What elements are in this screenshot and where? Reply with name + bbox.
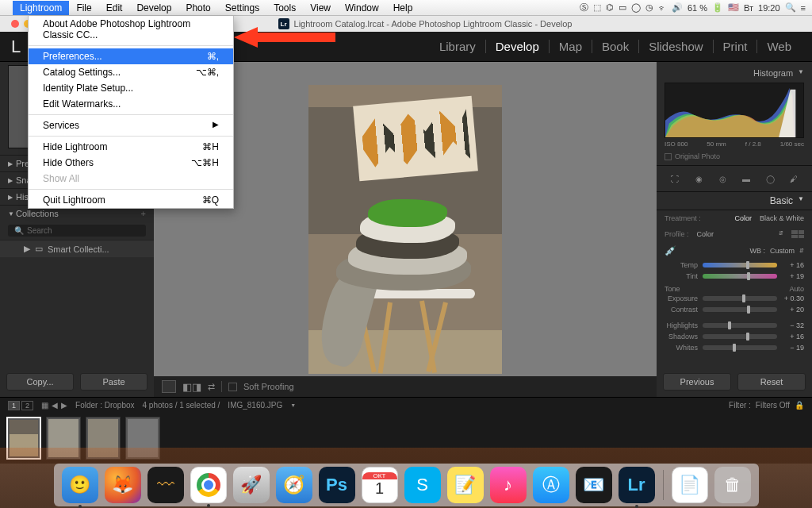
shadows-slider[interactable] bbox=[703, 334, 777, 339]
spot-tool[interactable]: ◉ bbox=[691, 171, 707, 187]
exposure-value[interactable]: + 0.30 bbox=[782, 294, 804, 302]
radial-tool[interactable]: ◯ bbox=[762, 171, 778, 187]
menu-window[interactable]: Window bbox=[338, 1, 386, 15]
whites-slider[interactable] bbox=[703, 345, 777, 350]
folder-path[interactable]: Folder : Dropbox bbox=[75, 401, 134, 410]
filter-select[interactable]: Filters Off bbox=[756, 401, 790, 410]
dock-app2[interactable]: 📧 bbox=[576, 467, 612, 503]
screen-2[interactable]: 2 bbox=[21, 401, 33, 410]
tint-value[interactable]: + 19 bbox=[782, 272, 804, 280]
module-print[interactable]: Print bbox=[713, 40, 757, 53]
contrast-value[interactable]: + 20 bbox=[782, 306, 804, 314]
dock-calendar[interactable]: ОКТ1 bbox=[362, 467, 398, 503]
shadows-value[interactable]: + 16 bbox=[782, 333, 804, 341]
original-photo-checkbox[interactable] bbox=[665, 153, 672, 160]
clock-tray-icon[interactable]: ◷ bbox=[645, 2, 653, 13]
module-library[interactable]: Library bbox=[430, 40, 485, 53]
soft-proofing-checkbox[interactable] bbox=[228, 383, 237, 391]
skype-tray-icon[interactable]: Ⓢ bbox=[580, 2, 588, 13]
dock-lightroom[interactable]: Lr bbox=[619, 467, 655, 503]
menu-view[interactable]: View bbox=[303, 1, 338, 15]
exposure-slider[interactable] bbox=[703, 296, 777, 301]
temp-slider[interactable] bbox=[703, 263, 777, 267]
paste-button[interactable]: Paste bbox=[80, 373, 147, 391]
menu-tools[interactable]: Tools bbox=[266, 1, 303, 15]
gradient-tool[interactable]: ▬ bbox=[738, 171, 754, 187]
switch-icon[interactable]: ⇄ bbox=[208, 382, 215, 392]
dropbox-tray-icon[interactable]: ⬚ bbox=[593, 2, 601, 13]
menu-hide-others[interactable]: Hide Others⌥⌘H bbox=[29, 155, 233, 171]
sync-tray-icon[interactable]: ◯ bbox=[631, 2, 641, 13]
basic-panel-header[interactable]: Basic bbox=[770, 195, 793, 206]
dock-firefox[interactable]: 🦊 bbox=[105, 467, 141, 503]
menu-hide-lightroom[interactable]: Hide Lightroom⌘H bbox=[29, 139, 233, 155]
wb-eyedropper[interactable]: 💉 bbox=[665, 245, 676, 256]
module-map[interactable]: Map bbox=[549, 40, 592, 53]
menu-extra-icon[interactable]: ≡ bbox=[801, 3, 806, 13]
histogram-header[interactable]: Histogram bbox=[753, 68, 793, 78]
menu-edit[interactable]: Edit bbox=[99, 1, 130, 15]
previous-button[interactable]: Previous bbox=[663, 373, 731, 391]
copy-button[interactable]: Copy... bbox=[6, 373, 74, 391]
tint-slider[interactable] bbox=[703, 274, 777, 279]
menu-catalog-settings[interactable]: Catalog Settings...⌥⌘, bbox=[29, 64, 233, 80]
menu-photo[interactable]: Photo bbox=[178, 1, 217, 15]
cc-tray-icon[interactable]: ⌬ bbox=[606, 2, 614, 13]
module-develop[interactable]: Develop bbox=[485, 40, 549, 53]
highlights-slider[interactable] bbox=[703, 323, 777, 328]
temp-value[interactable]: + 16 bbox=[782, 261, 804, 269]
dock-trash[interactable]: 🗑 bbox=[714, 467, 751, 503]
profile-select[interactable]: Color ⇵ bbox=[694, 229, 787, 239]
menu-identity-plate[interactable]: Identity Plate Setup... bbox=[29, 80, 233, 96]
menu-preferences[interactable]: Preferences...⌘, bbox=[29, 48, 233, 64]
smart-collections-item[interactable]: ▶▭Smart Collecti... bbox=[0, 240, 154, 257]
wb-select[interactable]: Custom bbox=[770, 247, 795, 255]
spotlight-icon[interactable]: 🔍 bbox=[785, 2, 796, 13]
dock-launchpad[interactable]: 🚀 bbox=[233, 467, 270, 503]
display-tray-icon[interactable]: ▭ bbox=[619, 2, 626, 13]
menu-help[interactable]: Help bbox=[386, 1, 420, 15]
menu-lightroom[interactable]: Lightroom bbox=[13, 1, 69, 15]
close-button[interactable] bbox=[11, 20, 19, 28]
profile-browser-icon[interactable] bbox=[791, 230, 804, 238]
module-web[interactable]: Web bbox=[756, 40, 801, 53]
highlights-value[interactable]: − 32 bbox=[782, 321, 804, 329]
before-after-icon[interactable]: ◧◨ bbox=[182, 381, 201, 393]
volume-icon[interactable]: 🔊 bbox=[672, 2, 683, 13]
menu-about[interactable]: About Adobe Photoshop Lightroom Classic … bbox=[29, 16, 233, 43]
brush-tool[interactable]: 🖌 bbox=[786, 171, 802, 187]
menu-quit[interactable]: Quit Lightroom⌘Q bbox=[29, 192, 233, 208]
menu-develop[interactable]: Develop bbox=[129, 1, 178, 15]
collections-search[interactable]: 🔍Search bbox=[8, 225, 146, 237]
whites-value[interactable]: − 19 bbox=[782, 344, 804, 352]
loupe-view-button[interactable] bbox=[162, 380, 176, 393]
dock-app[interactable]: 〰 bbox=[147, 467, 184, 503]
identity-plate[interactable]: L bbox=[11, 37, 21, 57]
module-slideshow[interactable]: Slideshow bbox=[638, 40, 712, 53]
screen-1[interactable]: 1 bbox=[8, 401, 20, 410]
dock-skype[interactable]: S bbox=[404, 467, 441, 503]
dock-notes[interactable]: 📝 bbox=[447, 467, 484, 503]
dock-photoshop[interactable]: Ps bbox=[319, 467, 355, 503]
auto-button[interactable]: Auto bbox=[789, 285, 804, 293]
flag-icon[interactable]: 🇺🇸 bbox=[728, 2, 739, 13]
crop-tool[interactable]: ⛶ bbox=[667, 171, 683, 187]
nav-back-icon[interactable]: ◀ bbox=[52, 401, 58, 410]
menu-file[interactable]: File bbox=[69, 1, 98, 15]
menu-services[interactable]: Services▶ bbox=[29, 117, 233, 133]
dock-appstore[interactable]: Ⓐ bbox=[533, 467, 569, 503]
redeye-tool[interactable]: ◎ bbox=[714, 171, 730, 187]
contrast-slider[interactable] bbox=[703, 307, 777, 312]
dock-itunes[interactable]: ♪ bbox=[490, 467, 527, 503]
dock-chrome[interactable] bbox=[190, 467, 227, 503]
dock-document[interactable]: 📄 bbox=[672, 467, 708, 503]
wifi-icon[interactable]: ᯤ bbox=[658, 3, 667, 13]
filter-lock-icon[interactable]: 🔒 bbox=[795, 401, 804, 410]
treatment-bw[interactable]: Black & White bbox=[760, 214, 804, 222]
module-book[interactable]: Book bbox=[592, 40, 638, 53]
dock-safari[interactable]: 🧭 bbox=[276, 467, 312, 503]
treatment-color[interactable]: Color bbox=[734, 214, 752, 222]
reset-button[interactable]: Reset bbox=[737, 373, 806, 391]
histogram[interactable] bbox=[665, 83, 804, 138]
grid-view-icon[interactable]: ▦ bbox=[41, 401, 48, 410]
